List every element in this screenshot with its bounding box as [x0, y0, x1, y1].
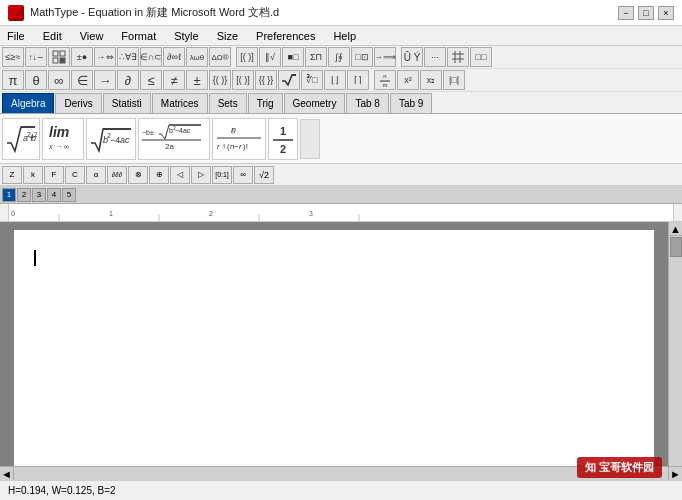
sep2 — [397, 47, 400, 67]
sml-c[interactable]: C — [65, 166, 85, 184]
tab-8[interactable]: Tab 8 — [346, 93, 388, 113]
scrollbar-thumb[interactable] — [670, 237, 682, 257]
svg-text:b: b — [169, 127, 173, 134]
tb-leq[interactable]: ≤ — [140, 70, 162, 90]
tab-matrices[interactable]: Matrices — [152, 93, 208, 113]
tb-partial[interactable]: ∂ — [117, 70, 139, 90]
scrollbar-up-button[interactable]: ▲ — [669, 222, 682, 236]
minimize-button[interactable]: − — [618, 6, 634, 20]
tb-leq-geq[interactable]: ≤≥≈ — [2, 47, 24, 67]
svg-text:2a: 2a — [165, 142, 174, 151]
tb-bracket-template[interactable]: [( )] — [232, 70, 254, 90]
menu-style[interactable]: Style — [171, 29, 201, 43]
tb-hash-grid[interactable] — [447, 47, 469, 67]
tb-grid[interactable] — [48, 47, 70, 67]
tb-plusminus2[interactable]: ± — [186, 70, 208, 90]
tb-rightarrow-double[interactable]: →⇔ — [94, 47, 116, 67]
tb-double-box[interactable]: □□ — [470, 47, 492, 67]
tb-infinity[interactable]: ∞ — [48, 70, 70, 90]
sym-combination[interactable]: n ! r ! ( n − r )! — [212, 118, 266, 160]
tb-subscript[interactable]: x₂ — [420, 70, 442, 90]
page-tab-4[interactable]: 4 — [47, 188, 61, 202]
tab-statisti[interactable]: Statisti — [103, 93, 151, 113]
tb-cbrt[interactable]: ∛□ — [301, 70, 323, 90]
menu-preferences[interactable]: Preferences — [253, 29, 318, 43]
scrollbar-left-button[interactable]: ◄ — [0, 467, 14, 480]
tab-9[interactable]: Tab 9 — [390, 93, 432, 113]
page-area[interactable] — [0, 222, 668, 466]
tb-lambda-omega[interactable]: λωθ — [186, 47, 208, 67]
svg-text:b: b — [31, 133, 36, 143]
tb-integral[interactable]: ∫∮ — [328, 47, 350, 67]
scrollbar-vertical[interactable]: ▲ — [668, 222, 682, 466]
tab-geometry[interactable]: Geometry — [284, 93, 346, 113]
svg-text:!: ! — [232, 128, 234, 135]
tb-neq[interactable]: ≠ — [163, 70, 185, 90]
sml-z[interactable]: Z — [2, 166, 22, 184]
tb-partial-inf[interactable]: ∂∞ℓ — [163, 47, 185, 67]
sml-partial[interactable]: ∂∂∂ — [107, 166, 127, 184]
menu-edit[interactable]: Edit — [40, 29, 65, 43]
sym-quadratic-formula[interactable]: −b± b 2 −4ac 2a — [138, 118, 210, 160]
tb-ceil[interactable]: ⌈⌉ — [347, 70, 369, 90]
sml-oplus[interactable]: ⊕ — [149, 166, 169, 184]
tb-sqrt2[interactable] — [278, 70, 300, 90]
tab-algebra[interactable]: Algebra — [2, 93, 54, 113]
scrollbar-right-button[interactable]: ► — [668, 467, 682, 480]
tb-delta-omega-ring[interactable]: ΔΩ® — [209, 47, 231, 67]
tb-floor[interactable]: ⌊⌋ — [324, 70, 346, 90]
tab-sets[interactable]: Sets — [209, 93, 247, 113]
tb-overline[interactable]: □⊡ — [351, 47, 373, 67]
tab-trig[interactable]: Trig — [248, 93, 283, 113]
tb-power[interactable]: x² — [397, 70, 419, 90]
sml-k[interactable]: k — [23, 166, 43, 184]
sml-tri-left[interactable]: ◁ — [170, 166, 190, 184]
svg-text:)!: )! — [243, 142, 248, 151]
page-tab-1[interactable]: 1 — [2, 188, 16, 202]
sml-f[interactable]: F — [44, 166, 64, 184]
title-text: MathType - Equation in 新建 Microsoft Word… — [30, 5, 279, 20]
sml-inf[interactable]: ∞ — [233, 166, 253, 184]
tb-hat[interactable]: Û Ý — [401, 47, 423, 67]
tb-elem[interactable]: ∈ — [71, 70, 93, 90]
tb-paren-template[interactable]: {( )} — [209, 70, 231, 90]
sym-limit[interactable]: lim x → ∞ — [42, 118, 84, 160]
page-tab-2[interactable]: 2 — [17, 188, 31, 202]
tb-box[interactable]: ■□ — [282, 47, 304, 67]
menu-size[interactable]: Size — [214, 29, 241, 43]
tb-sigma-pi[interactable]: ΣΠ — [305, 47, 327, 67]
tb-set-ops[interactable]: ∈∩⊂ — [140, 47, 162, 67]
tab-derivs[interactable]: Derivs — [55, 93, 101, 113]
scrollbar-track[interactable] — [14, 467, 668, 480]
maximize-button[interactable]: □ — [638, 6, 654, 20]
sml-sqrt2[interactable]: √2 — [254, 166, 274, 184]
tb-arrows-sim[interactable]: ↑↓∼ — [25, 47, 47, 67]
tb-brace-template[interactable]: {{ }} — [255, 70, 277, 90]
tb-brackets-1[interactable]: [( )] — [236, 47, 258, 67]
tb-therefore[interactable]: ∴∀∃ — [117, 47, 139, 67]
sml-tri-right[interactable]: ▷ — [191, 166, 211, 184]
tb-dots[interactable]: ··· — [424, 47, 446, 67]
sml-alpha[interactable]: α — [86, 166, 106, 184]
page-tab-3[interactable]: 3 — [32, 188, 46, 202]
page-tab-5[interactable]: 5 — [62, 188, 76, 202]
tb-fence[interactable]: |□| — [443, 70, 465, 90]
tb-frac[interactable]: nm — [374, 70, 396, 90]
sym-sqrt-sum[interactable]: a 2 + b 2 — [2, 118, 40, 160]
tb-plusminus[interactable]: ±● — [71, 47, 93, 67]
sym-empty[interactable] — [300, 119, 320, 159]
sml-range[interactable]: [0:1] — [212, 166, 232, 184]
menu-file[interactable]: File — [4, 29, 28, 43]
menu-view[interactable]: View — [77, 29, 107, 43]
tb-implies[interactable]: →⟹ — [374, 47, 396, 67]
tb-pi[interactable]: π — [2, 70, 24, 90]
tb-rightarrow[interactable]: → — [94, 70, 116, 90]
tb-sqrt[interactable]: ‖√ — [259, 47, 281, 67]
menu-format[interactable]: Format — [118, 29, 159, 43]
menu-help[interactable]: Help — [330, 29, 359, 43]
sym-sqrt-quadratic[interactable]: b 2 −4 ac — [86, 118, 136, 160]
tb-theta[interactable]: θ — [25, 70, 47, 90]
close-button[interactable]: × — [658, 6, 674, 20]
sml-otimes[interactable]: ⊗ — [128, 166, 148, 184]
sym-half[interactable]: 1 2 — [268, 118, 298, 160]
